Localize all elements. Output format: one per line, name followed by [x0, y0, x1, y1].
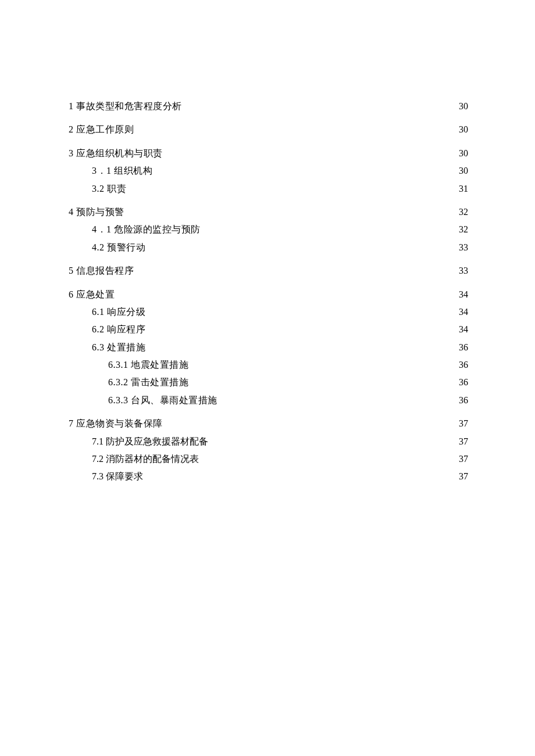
- toc-label: 1 事故类型和危害程度分析: [69, 98, 182, 115]
- toc-page-number: 34: [459, 321, 468, 338]
- toc-leader: [147, 323, 458, 333]
- toc-entry: 6.3.3 台风、暴雨处置措施 36: [69, 392, 468, 409]
- toc-label: 6.3.2 雷击处置措施: [108, 374, 188, 391]
- toc-label: 6.2 响应程序: [92, 321, 145, 338]
- toc-label: 6 应急处置: [69, 286, 115, 303]
- toc-entry: 4．1 危险源的监控与预防 32: [69, 221, 468, 238]
- toc-label: 7.1 防护及应急救援器材配备: [92, 433, 208, 450]
- toc-page-number: 30: [459, 121, 468, 138]
- toc-entry: 6.1 响应分级 34: [69, 303, 468, 321]
- toc-entry: 3.2 职责 31: [69, 180, 468, 198]
- toc-page-number: 33: [459, 262, 468, 280]
- toc-page-number: 37: [459, 450, 468, 468]
- toc-page-number: 32: [459, 203, 468, 221]
- document-page: 1 事故类型和危害程度分析 30 2 应急工作原则 30 3 应急组织机构与职责…: [0, 0, 535, 756]
- toc-label: 4 预防与预警: [69, 203, 124, 221]
- toc-entry: 7 应急物资与装备保障 37: [69, 415, 468, 432]
- toc-entry: 6.3 处置措施 36: [69, 339, 468, 356]
- toc-leader: [116, 287, 458, 298]
- toc-entry: 4 预防与预警 32: [69, 203, 468, 221]
- toc-section: 2 应急工作原则 30: [69, 121, 468, 138]
- toc-label: 5 信息报告程序: [69, 262, 134, 280]
- toc-page-number: 32: [459, 221, 468, 238]
- toc-label: 7 应急物资与装备保障: [69, 415, 163, 432]
- toc-leader: [147, 304, 458, 315]
- toc-page-number: 31: [459, 180, 468, 198]
- toc-entry: 3 应急组织机构与职责 30: [69, 145, 468, 162]
- toc-entry: 1 事故类型和危害程度分析 30: [69, 98, 468, 115]
- toc-label: 3.2 职责: [92, 180, 126, 198]
- toc-page-number: 37: [459, 415, 468, 432]
- toc-label: 6.1 响应分级: [92, 303, 145, 321]
- toc-leader: [202, 223, 458, 233]
- toc-page-number: 34: [459, 303, 468, 321]
- toc-page-number: 36: [459, 339, 468, 356]
- toc-leader: [209, 434, 458, 445]
- toc-page-number: 30: [459, 145, 468, 162]
- toc-entry: 3．1 组织机构 30: [69, 162, 468, 180]
- toc-entry: 7.2 消防器材的配备情况表 37: [69, 450, 468, 468]
- toc-entry: 6.3.2 雷击处置措施 36: [69, 374, 468, 391]
- toc-page-number: 30: [459, 162, 468, 180]
- toc-entry: 4.2 预警行动 33: [69, 239, 468, 256]
- toc-label: 7.3 保障要求: [92, 468, 143, 485]
- toc-leader: [190, 375, 458, 386]
- toc-leader: [147, 240, 458, 250]
- toc-entry: 6.3.1 地震处置措施 36: [69, 356, 468, 374]
- toc-leader: [144, 470, 458, 480]
- toc-leader: [164, 146, 458, 156]
- toc-label: 7.2 消防器材的配备情况表: [92, 450, 199, 468]
- toc-label: 6.3.3 台风、暴雨处置措施: [108, 392, 217, 409]
- toc-label: 6.3 处置措施: [92, 339, 145, 356]
- toc-section: 6 应急处置 34 6.1 响应分级 34 6.2 响应程序 34 6.3 处置…: [69, 286, 468, 410]
- toc-leader: [154, 164, 458, 174]
- toc-section: 5 信息报告程序 33: [69, 262, 468, 280]
- toc-entry: 7.1 防护及应急救援器材配备 37: [69, 433, 468, 450]
- toc-label: 6.3.1 地震处置措施: [108, 356, 188, 374]
- toc-leader: [164, 417, 458, 427]
- toc-leader: [127, 181, 458, 192]
- toc-entry: 2 应急工作原则 30: [69, 121, 468, 138]
- toc-leader: [183, 99, 458, 109]
- toc-entry: 6.2 响应程序 34: [69, 321, 468, 338]
- toc-leader: [219, 393, 458, 403]
- toc-entry: 5 信息报告程序 33: [69, 262, 468, 280]
- toc-page-number: 36: [459, 374, 468, 391]
- toc-leader: [135, 123, 458, 133]
- toc-entry: 6 应急处置 34: [69, 286, 468, 303]
- toc-page-number: 36: [459, 356, 468, 374]
- toc-label: 4．1 危险源的监控与预防: [92, 221, 201, 238]
- toc-page-number: 30: [459, 98, 468, 115]
- toc-label: 2 应急工作原则: [69, 121, 134, 138]
- toc-section: 4 预防与预警 32 4．1 危险源的监控与预防 32 4.2 预警行动 33: [69, 203, 468, 256]
- toc-section: 3 应急组织机构与职责 30 3．1 组织机构 30 3.2 职责 31: [69, 145, 468, 198]
- toc-page-number: 33: [459, 239, 468, 256]
- toc-page-number: 37: [459, 433, 468, 450]
- toc-leader: [126, 205, 458, 215]
- toc-entry: 7.3 保障要求 37: [69, 468, 468, 485]
- toc-label: 4.2 预警行动: [92, 239, 145, 256]
- toc-leader: [190, 357, 458, 368]
- toc-page-number: 37: [459, 468, 468, 485]
- toc-leader: [200, 452, 458, 462]
- toc-leader: [147, 340, 458, 350]
- toc-section: 1 事故类型和危害程度分析 30: [69, 98, 468, 115]
- toc-page-number: 36: [459, 392, 468, 409]
- toc-leader: [135, 264, 458, 274]
- toc-page-number: 34: [459, 286, 468, 303]
- toc-label: 3 应急组织机构与职责: [69, 145, 163, 162]
- toc-label: 3．1 组织机构: [92, 162, 152, 180]
- toc-section: 7 应急物资与装备保障 37 7.1 防护及应急救援器材配备 37 7.2 消防…: [69, 415, 468, 486]
